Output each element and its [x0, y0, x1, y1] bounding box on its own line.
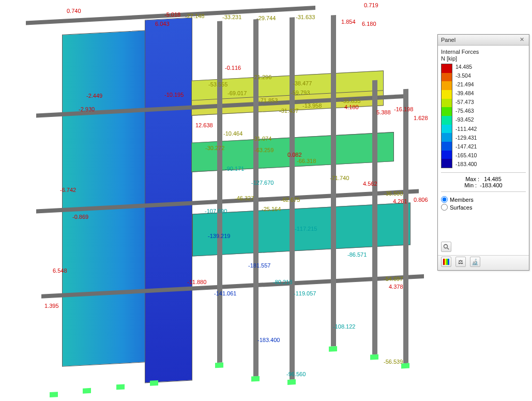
svg-line-1	[447, 248, 449, 249]
radio-members-input[interactable]	[441, 196, 448, 203]
panel-heading-1: Internal Forces	[441, 49, 526, 55]
support	[251, 376, 260, 382]
legend-segment	[442, 81, 452, 90]
column	[290, 17, 295, 380]
legend-segment	[442, 73, 452, 82]
legend-labels: 14.485-3.504-21.494-39.484-57.473-75.463…	[455, 64, 477, 167]
color-scale-icon[interactable]	[441, 257, 451, 267]
force-label: 1.628	[414, 115, 428, 121]
support	[50, 392, 58, 397]
legend-tick: -111.442	[455, 126, 477, 132]
floor-slab-2	[192, 202, 411, 256]
radio-members[interactable]: Members	[441, 196, 526, 203]
support	[215, 362, 223, 368]
legend-segment	[442, 107, 452, 116]
support	[401, 363, 409, 369]
force-label: 1.395	[44, 303, 59, 309]
legend-segment	[442, 64, 452, 73]
column	[253, 19, 259, 377]
support	[150, 380, 158, 386]
support	[83, 388, 91, 394]
legend-segment	[442, 116, 452, 125]
radio-surfaces[interactable]: Surfaces	[441, 204, 526, 211]
column	[217, 21, 222, 363]
svg-rect-2	[443, 259, 445, 265]
legend-tick: 14.485	[455, 64, 477, 70]
building-3d	[62, 12, 393, 392]
force-label: 0.806	[414, 197, 428, 203]
display-mode-radios: Members Surfaces	[441, 196, 526, 211]
legend-segment	[442, 159, 452, 168]
legend-segment	[442, 151, 452, 159]
balance-icon[interactable]: ⚖	[455, 257, 466, 267]
legend-tick: -147.421	[455, 143, 477, 150]
radio-surfaces-input[interactable]	[441, 204, 448, 211]
column	[372, 80, 377, 355]
panel-title-text: Panel	[441, 37, 455, 43]
support	[287, 379, 296, 385]
legend-segment	[442, 99, 452, 108]
svg-point-0	[444, 245, 448, 248]
panel-heading-2: N [kip]	[441, 55, 526, 62]
svg-rect-5	[448, 259, 449, 265]
legend-segment	[442, 133, 452, 142]
microscope-icon[interactable]: 🔬	[470, 257, 480, 267]
legend-tick: -183.400	[455, 161, 477, 167]
panel-footer: ⚖ 🔬	[438, 255, 529, 270]
legend-segment	[442, 142, 452, 151]
model-viewport[interactable]: 0.740-5.018-27.148-33.231-29.744-31.6331…	[0, 0, 434, 401]
min-line: Min : -183.400	[441, 182, 526, 188]
force-label: -33.231	[222, 14, 241, 20]
column	[403, 89, 408, 364]
force-label: 0.740	[67, 8, 81, 14]
color-legend: 14.485-3.504-21.494-39.484-57.473-75.463…	[441, 64, 526, 168]
legend-tick: -21.494	[455, 81, 477, 87]
legend-bar	[441, 64, 452, 168]
legend-tick: -165.410	[455, 152, 477, 158]
force-label: 0.719	[364, 2, 378, 8]
legend-tick: -129.431	[455, 135, 477, 141]
max-line: Max : 14.485	[441, 176, 526, 182]
legend-tick: -57.473	[455, 99, 477, 105]
minmax-box: Max : 14.485 Min : -183.400	[441, 172, 526, 192]
legend-tick: -39.484	[455, 90, 477, 96]
magnifier-icon[interactable]	[441, 242, 451, 252]
results-panel[interactable]: Panel ✕ Internal Forces N [kip] 14.485-3…	[437, 34, 529, 271]
panel-body: Internal Forces N [kip] 14.485-3.504-21.…	[438, 46, 529, 255]
legend-tick: -3.504	[455, 72, 477, 79]
legend-tick: -75.463	[455, 108, 477, 114]
close-icon[interactable]: ✕	[518, 36, 526, 43]
core-wall	[145, 18, 192, 383]
support	[329, 346, 337, 352]
support	[116, 384, 125, 390]
svg-rect-3	[445, 259, 446, 265]
support	[370, 354, 378, 360]
legend-segment	[442, 90, 452, 99]
legend-tick: -93.452	[455, 116, 477, 123]
column	[331, 15, 336, 347]
legend-segment	[442, 125, 452, 133]
svg-rect-4	[446, 259, 448, 265]
panel-titlebar[interactable]: Panel ✕	[438, 35, 529, 46]
